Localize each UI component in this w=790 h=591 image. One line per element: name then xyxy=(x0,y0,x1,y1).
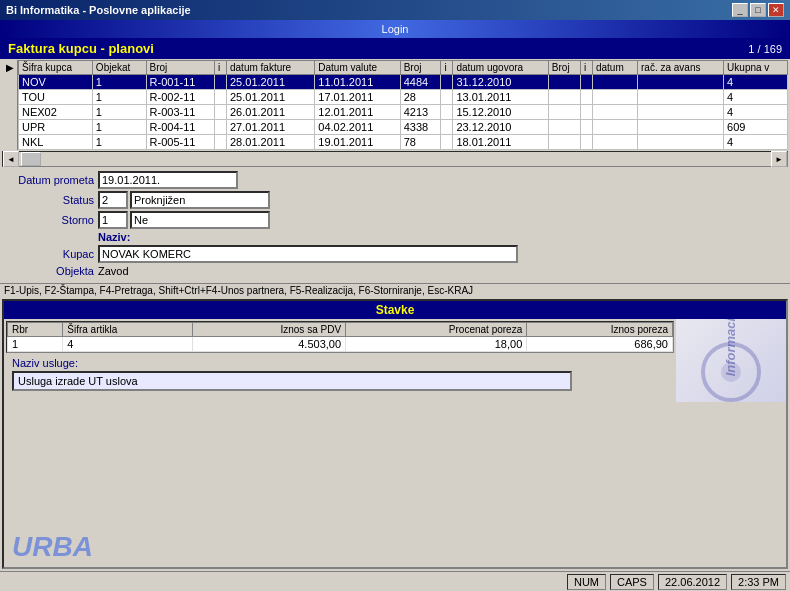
kupac-label: Kupac xyxy=(8,248,98,260)
table-cell xyxy=(548,120,580,135)
table-row[interactable]: UPR1R-004-1127.01.201104.02.2011433823.1… xyxy=(19,120,788,135)
table-cell: 1 xyxy=(92,90,146,105)
table-cell: 17.01.2011 xyxy=(315,90,400,105)
col-procenat-poreza: Procenat poreza xyxy=(346,323,527,337)
date-indicator: 22.06.2012 xyxy=(658,574,727,590)
login-bar: Login xyxy=(0,20,790,38)
table-cell: R-003-11 xyxy=(146,105,214,120)
table-cell: 25.01.2011 xyxy=(226,75,314,90)
stavke-cell: 4 xyxy=(63,337,193,352)
table-cell xyxy=(580,120,592,135)
col-sifra-kupca: Šifra kupca xyxy=(19,61,93,75)
table-cell: 04.02.2011 xyxy=(315,120,400,135)
stavke-panel: Stavke Rbr Šifra artikla Iznos sa PDV Pr… xyxy=(2,299,788,569)
col-datum: datum xyxy=(592,61,637,75)
minimize-button[interactable]: _ xyxy=(732,3,748,17)
table-cell: 4 xyxy=(724,105,788,120)
table-cell: 28.01.2011 xyxy=(226,135,314,150)
datum-prometa-row: Datum prometa xyxy=(8,171,782,189)
col-broj: Broj xyxy=(146,61,214,75)
naziv-usluge-input[interactable] xyxy=(12,371,572,391)
table-cell xyxy=(548,105,580,120)
col-iznos-pdv: Iznos sa PDV xyxy=(193,323,346,337)
table-cell: 12.01.2011 xyxy=(315,105,400,120)
urba-logo: URBA xyxy=(12,531,93,563)
close-button[interactable]: ✕ xyxy=(768,3,784,17)
table-cell xyxy=(441,120,453,135)
table-cell xyxy=(580,75,592,90)
table-cell: R-002-11 xyxy=(146,90,214,105)
col-iznos-poreza: Iznos poreza xyxy=(527,323,673,337)
table-cell: 28 xyxy=(400,90,441,105)
scroll-thumb[interactable] xyxy=(21,152,41,166)
scroll-right-button[interactable]: ► xyxy=(771,151,787,167)
stavke-title: Stavke xyxy=(376,303,415,317)
shortcuts-text: F1-Upis, F2-Štampa, F4-Pretraga, Shift+C… xyxy=(4,285,473,296)
stavke-content: Rbr Šifra artikla Iznos sa PDV Procenat … xyxy=(4,319,786,402)
main-window: Bi Informatika - Poslovne aplikacije _ □… xyxy=(0,0,790,591)
col-i: i xyxy=(215,61,227,75)
col-datum-fakture: datum fakture xyxy=(226,61,314,75)
stavke-cell: 4.503,00 xyxy=(193,337,346,352)
caps-indicator: CAPS xyxy=(610,574,654,590)
shortcuts-bar: F1-Upis, F2-Štampa, F4-Pretraga, Shift+C… xyxy=(0,283,790,297)
table-cell xyxy=(580,135,592,150)
data-table-container: ▶ Šifra kupca Objekat Broj i datum faktu… xyxy=(2,60,788,150)
status-bottom-bar: NUM CAPS 22.06.2012 2:33 PM xyxy=(0,571,790,591)
table-cell xyxy=(580,90,592,105)
table-cell: UPR xyxy=(19,120,93,135)
status-text-input[interactable] xyxy=(130,191,270,209)
section-title: Faktura kupcu - planovi xyxy=(8,41,154,56)
table-cell: 15.12.2010 xyxy=(453,105,548,120)
storno-num-input[interactable] xyxy=(98,211,128,229)
table-cell xyxy=(592,135,637,150)
scroll-left-button[interactable]: ◄ xyxy=(3,151,19,167)
status-num-input[interactable] xyxy=(98,191,128,209)
stavke-cell: 1 xyxy=(8,337,63,352)
storno-row: Storno xyxy=(8,211,782,229)
table-cell: NOV xyxy=(19,75,93,90)
table-cell xyxy=(592,120,637,135)
table-row[interactable]: NKL1R-005-1128.01.201119.01.20117818.01.… xyxy=(19,135,788,150)
storno-text-input[interactable] xyxy=(130,211,270,229)
objekta-value: Zavod xyxy=(98,265,129,277)
col-broj3: Broj xyxy=(548,61,580,75)
table-cell: 18.01.2011 xyxy=(453,135,548,150)
table-cell xyxy=(548,135,580,150)
table-cell xyxy=(592,90,637,105)
stavke-cell: 18,00 xyxy=(346,337,527,352)
table-row[interactable]: TOU1R-002-1125.01.201117.01.20112813.01.… xyxy=(19,90,788,105)
col-rbr: Rbr xyxy=(8,323,63,337)
table-cell: 4 xyxy=(724,135,788,150)
table-cell: R-004-11 xyxy=(146,120,214,135)
table-cell: R-005-11 xyxy=(146,135,214,150)
table-cell: 4 xyxy=(724,90,788,105)
table-row[interactable]: NOV1R-001-1125.01.201111.01.2011448431.1… xyxy=(19,75,788,90)
objekta-label: Objekta xyxy=(8,265,98,277)
invoice-table: Šifra kupca Objekat Broj i datum fakture… xyxy=(18,60,788,150)
naziv-heading: Naziv: xyxy=(98,231,130,243)
status-label: Status xyxy=(8,194,98,206)
horizontal-scrollbar[interactable]: ◄ ► xyxy=(2,151,788,167)
col-datum-ugovora: datum ugovora xyxy=(453,61,548,75)
stavke-row[interactable]: 144.503,0018,00686,90 xyxy=(8,337,673,352)
lower-section: Stavke Rbr Šifra artikla Iznos sa PDV Pr… xyxy=(0,297,790,591)
datum-prometa-input[interactable] xyxy=(98,171,238,189)
table-cell xyxy=(580,105,592,120)
table-cell xyxy=(637,90,723,105)
watermark-circle xyxy=(701,342,761,402)
table-cell: 31.12.2010 xyxy=(453,75,548,90)
col-objekat: Objekat xyxy=(92,61,146,75)
col-sifra-artikla: Šifra artikla xyxy=(63,323,193,337)
col-datum-valute: Datum valute xyxy=(315,61,400,75)
table-cell: 78 xyxy=(400,135,441,150)
table-cell: 4213 xyxy=(400,105,441,120)
table-row[interactable]: NEX021R-003-1126.01.201112.01.2011421315… xyxy=(19,105,788,120)
kupac-input[interactable] xyxy=(98,245,518,263)
table-cell xyxy=(441,105,453,120)
status-row: Status xyxy=(8,191,782,209)
stavke-left: Rbr Šifra artikla Iznos sa PDV Procenat … xyxy=(4,319,676,402)
table-cell xyxy=(441,75,453,90)
col-broj2: Broj xyxy=(400,61,441,75)
maximize-button[interactable]: □ xyxy=(750,3,766,17)
